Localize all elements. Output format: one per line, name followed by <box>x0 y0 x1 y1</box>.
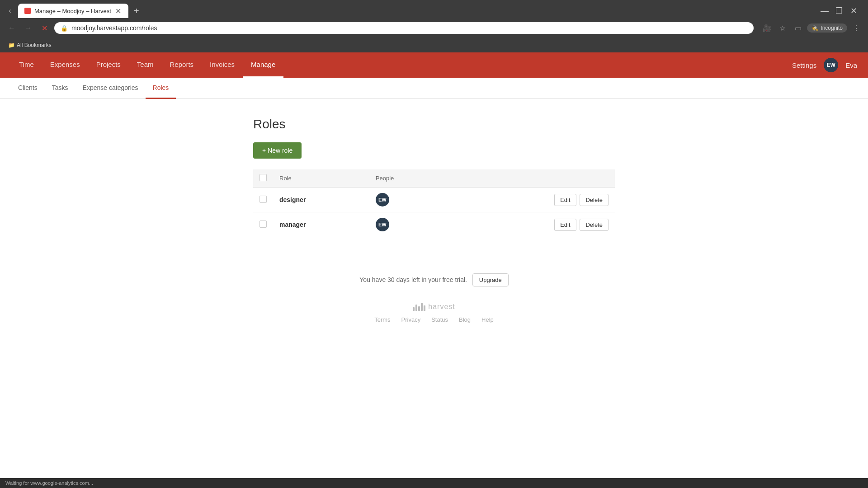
role-name-cell: manager <box>273 212 369 237</box>
footer-link-privacy[interactable]: Privacy <box>401 316 421 323</box>
people-avatar-manager: EW <box>376 218 389 231</box>
sub-nav-roles[interactable]: Roles <box>146 78 176 99</box>
nav-link-expenses[interactable]: Expenses <box>42 52 88 78</box>
url-text: moodjoy.harvestapp.com/roles <box>71 24 747 32</box>
header-role: Role <box>273 169 369 188</box>
sub-nav: Clients Tasks Expense categories Roles <box>0 78 868 99</box>
user-avatar[interactable]: EW <box>824 58 838 72</box>
split-view-icon[interactable]: ▭ <box>792 22 804 34</box>
browser-toolbar: ← → ✕ 🔒 moodjoy.harvestapp.com/roles 🎥 ☆… <box>0 18 868 38</box>
page-title: Roles <box>253 117 615 131</box>
header-actions <box>446 169 615 188</box>
header-row: Role People <box>253 169 615 188</box>
security-icon: 🔒 <box>61 25 68 32</box>
trial-text: You have 30 days left in your free trial… <box>359 276 467 283</box>
nav-right: Settings EW Eva <box>792 58 857 72</box>
harvest-logo: harvest <box>0 303 868 311</box>
nav-link-invoices[interactable]: Invoices <box>202 52 243 78</box>
reload-button[interactable]: ✕ <box>38 22 51 34</box>
role-name-manager: manager <box>279 221 306 228</box>
people-cell: EW <box>369 212 446 237</box>
footer-link-status[interactable]: Status <box>431 316 448 323</box>
row-checkbox-designer[interactable] <box>259 196 267 203</box>
role-name-designer: designer <box>279 196 306 203</box>
window-controls: — ❐ ✕ <box>819 5 864 16</box>
footer-trial: You have 30 days left in your free trial… <box>0 255 868 296</box>
row-checkbox-cell <box>253 188 273 212</box>
bookmarks-bar: 📁 All Bookmarks <box>0 38 868 52</box>
upgrade-button[interactable]: Upgrade <box>472 273 509 286</box>
actions-cell-manager: Edit Delete <box>446 212 615 237</box>
incognito-label: Incognito <box>821 25 843 31</box>
user-name[interactable]: Eva <box>845 61 857 69</box>
footer-links: harvest Terms Privacy Status Blog Help <box>0 296 868 334</box>
bookmarks-folder[interactable]: 📁 All Bookmarks <box>5 41 54 49</box>
footer-link-list: Terms Privacy Status Blog Help <box>0 316 868 323</box>
nav-link-projects[interactable]: Projects <box>88 52 129 78</box>
roles-table: Role People designer EW <box>253 169 615 237</box>
nav-link-team[interactable]: Team <box>129 52 162 78</box>
restore-button[interactable]: ❐ <box>834 5 844 16</box>
table-row: manager EW Edit Delete <box>253 212 615 237</box>
address-bar[interactable]: 🔒 moodjoy.harvestapp.com/roles <box>54 22 754 34</box>
content-area: Roles + New role Role People <box>253 117 615 237</box>
minimize-button[interactable]: — <box>819 5 830 16</box>
incognito-icon: 🕵 <box>811 25 818 31</box>
nav-link-time[interactable]: Time <box>11 52 42 78</box>
extensions-icon[interactable]: ⋮ <box>850 22 863 34</box>
forward-button[interactable]: → <box>22 22 34 34</box>
toolbar-right: 🎥 ☆ ▭ 🕵 Incognito ⋮ <box>761 22 863 34</box>
new-tab-button[interactable]: + <box>130 5 143 17</box>
table-row: designer EW Edit Delete <box>253 188 615 212</box>
main-content: Roles + New role Role People <box>0 99 868 255</box>
delete-button-designer[interactable]: Delete <box>580 194 609 206</box>
new-role-button[interactable]: + New role <box>253 142 302 159</box>
delete-button-manager[interactable]: Delete <box>580 219 609 231</box>
main-nav: Time Expenses Projects Team Reports Invo… <box>0 52 868 78</box>
close-window-button[interactable]: ✕ <box>848 5 859 16</box>
sub-nav-clients[interactable]: Clients <box>11 78 45 99</box>
favicon <box>24 8 31 14</box>
back-button[interactable]: ← <box>5 22 18 34</box>
footer-link-help[interactable]: Help <box>481 316 494 323</box>
table-header: Role People <box>253 169 615 188</box>
row-checkbox-cell <box>253 212 273 237</box>
harvest-wordmark: harvest <box>428 303 455 311</box>
tab-nav-left[interactable]: ‹ <box>4 5 16 17</box>
bookmark-icon[interactable]: ☆ <box>776 22 789 34</box>
browser-tab-active[interactable]: Manage – Moodjoy – Harvest ✕ <box>18 4 128 18</box>
row-checkbox-manager[interactable] <box>259 221 267 228</box>
footer-link-terms[interactable]: Terms <box>374 316 390 323</box>
edit-button-manager[interactable]: Edit <box>554 219 576 231</box>
nav-link-reports[interactable]: Reports <box>162 52 202 78</box>
tab-bar: ‹ Manage – Moodjoy – Harvest ✕ + — ❐ ✕ <box>0 0 868 18</box>
harvest-bars-icon <box>413 303 425 311</box>
edit-button-designer[interactable]: Edit <box>554 194 576 206</box>
incognito-pill: 🕵 Incognito <box>807 23 847 33</box>
nav-links: Time Expenses Projects Team Reports Invo… <box>11 52 792 78</box>
close-tab-button[interactable]: ✕ <box>115 7 122 14</box>
header-people: People <box>369 169 446 188</box>
table-body: designer EW Edit Delete manager <box>253 188 615 237</box>
select-all-checkbox[interactable] <box>259 174 267 181</box>
people-cell: EW <box>369 188 446 212</box>
role-name-cell: designer <box>273 188 369 212</box>
camera-off-icon[interactable]: 🎥 <box>761 22 774 34</box>
folder-icon: 📁 <box>8 42 15 48</box>
nav-link-manage[interactable]: Manage <box>243 52 283 78</box>
settings-link[interactable]: Settings <box>792 61 816 69</box>
people-avatar-designer: EW <box>376 193 389 206</box>
header-checkbox-cell <box>253 169 273 188</box>
tab-title: Manage – Moodjoy – Harvest <box>34 8 111 14</box>
actions-cell-designer: Edit Delete <box>446 188 615 212</box>
bookmarks-label: All Bookmarks <box>17 42 52 48</box>
footer-link-blog[interactable]: Blog <box>459 316 471 323</box>
sub-nav-expense-categories[interactable]: Expense categories <box>75 78 146 99</box>
sub-nav-tasks[interactable]: Tasks <box>45 78 75 99</box>
